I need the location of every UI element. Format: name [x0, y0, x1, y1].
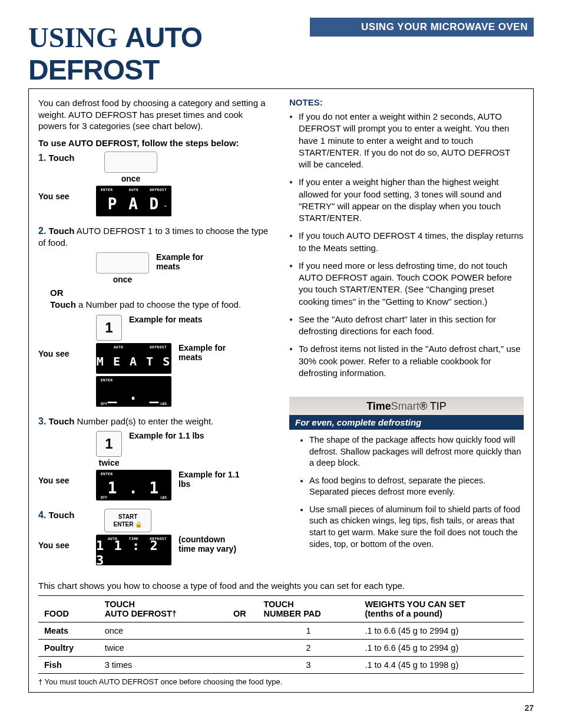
intro-text: You can defrost food by choosing a categ… [38, 97, 273, 132]
step-2-alt-rest: a Number pad to choose the type of food. [76, 299, 241, 309]
section-header: USING YOUR MICROWAVE OVEN [310, 18, 534, 37]
step-2-alt-touch: Touch [50, 299, 76, 309]
notes-list: If you do not enter a weight within 2 se… [289, 111, 524, 379]
cell-weights: .1 to 6.6 (45 g to 2994 g) [359, 640, 524, 657]
defrost-chart: FOOD TOUCH AUTO DEFROST† OR TOUCH NUMBER… [38, 595, 524, 674]
tip-item: As food begins to defrost, separate the … [300, 475, 521, 498]
step-3: 3. Touch Number pad(s) to enter the weig… [38, 415, 273, 501]
th-line2: AUTO DEFROST† [105, 609, 177, 618]
chart-intro: This chart shows you how to choose a typ… [38, 581, 524, 591]
steps-intro: To use AUTO DEFROST, follow the steps be… [38, 138, 273, 148]
ind-defrost-2: DEFROST [150, 345, 167, 349]
step-1-num: 1. [38, 153, 46, 163]
step-2: 2. Touch AUTO DEFROST 1 to 3 times to ch… [38, 225, 273, 407]
tip-head: TimeSmart® TIP [289, 397, 524, 415]
auto-defrost-button [104, 151, 157, 173]
step-4-num: 4. [38, 510, 46, 520]
once-label: once [121, 174, 141, 183]
ind-defrost: DEFROST [150, 187, 167, 192]
enter-label: ENTER [114, 521, 134, 528]
th-auto-defrost: TOUCH AUTO DEFROST† [99, 596, 222, 622]
step-1-touch: Touch [49, 153, 75, 163]
or-label: OR [50, 288, 273, 298]
auto-defrost-button-2 [96, 252, 149, 274]
tip-brand-3: ® TIP [419, 400, 447, 412]
twice-label: twice [98, 458, 119, 467]
step-3-touch: Touch [49, 416, 75, 426]
display-text-countdown: 1 1 : 2 3 [96, 543, 171, 563]
countdown-note: (countdown time may vary) [178, 535, 243, 554]
ind-lbs: LBS [160, 401, 167, 406]
example-meats-3: Example for meats [178, 343, 243, 362]
ind-lbs-2: LBS [160, 495, 167, 499]
note-item: If you enter a weight higher than the hi… [289, 176, 524, 224]
example-meats-1: Example for meats [156, 252, 221, 271]
example-11lbs-2: Example for 1.1 lbs [178, 470, 243, 489]
cell-weights: .1 to 6.6 (45 g to 2994 g) [359, 622, 524, 640]
tip-subhead: For even, complete defrosting [289, 415, 524, 430]
th-food: FOOD [38, 596, 99, 622]
ind-enter-2: ENTER [101, 378, 113, 382]
th-line1: TOUCH [105, 599, 135, 609]
cell-or [222, 640, 257, 657]
step-1: 1. Touch once You see ENTER [38, 151, 273, 216]
start-enter-button: START ENTER 🔒 [104, 509, 151, 532]
step-3-num: 3. [38, 416, 46, 426]
display-text-pad: P A D [96, 194, 171, 214]
cell-num: 1 [258, 622, 359, 640]
cell-or [222, 657, 257, 674]
keypad-1: 1 [96, 315, 122, 341]
th-weights: WEIGHTS YOU CAN SET (tenths of a pound) [359, 596, 524, 622]
ind-auto: AUTO [129, 187, 138, 192]
step-2-touch: Touch [49, 226, 75, 236]
step-2-num: 2. [38, 226, 46, 236]
note-item: To defrost items not listed in the "Auto… [289, 343, 524, 379]
ind-qty: QTY [101, 401, 107, 406]
tip-item: The shape of the package affects how qui… [300, 434, 521, 469]
note-item: If you do not enter a weight within 2 se… [289, 111, 524, 170]
lock-icon: 🔒 [135, 521, 142, 528]
th-line3: TOUCH [264, 599, 294, 609]
step-4-touch: Touch [49, 510, 75, 520]
you-see-4: You see [38, 535, 89, 550]
cell-or [222, 622, 257, 640]
you-see-1: You see [38, 186, 89, 201]
th-or: OR [222, 596, 257, 622]
dash-icon: - [163, 201, 168, 210]
content-box: You can defrost food by choosing a categ… [28, 88, 534, 693]
th-number-pad: TOUCH NUMBER PAD [258, 596, 359, 622]
tip-brand-1: Time [366, 400, 391, 412]
keypad-1b: 1 [96, 431, 122, 457]
display-countdown: AUTO TIME DEFROST 1 1 : 2 3 [96, 535, 171, 565]
note-item: See the "Auto defrost chart" later in th… [289, 314, 524, 338]
cell-num: 2 [258, 640, 359, 657]
table-row: Poultry twice 2 .1 to 6.6 (45 g to 2994 … [38, 640, 524, 657]
cell-touch1: once [99, 622, 222, 640]
step-4: 4. Touch START ENTER 🔒 You see [38, 509, 273, 565]
cell-food: Meats [38, 622, 99, 640]
notes-heading: NOTES: [289, 97, 524, 107]
cell-touch1: 3 times [99, 657, 222, 674]
right-column: NOTES: If you do not enter a weight with… [289, 97, 524, 574]
footnote: † You must touch AUTO DEFROST once befor… [38, 677, 524, 686]
th-line5: WEIGHTS YOU CAN SET [365, 599, 465, 609]
display-meats: AUTO DEFROST M E A T S [96, 343, 171, 374]
step-3-rest: Number pad(s) to enter the weight. [74, 416, 213, 426]
example-meats-2: Example for meats [129, 315, 203, 324]
ind-enter: ENTER [101, 187, 113, 192]
example-11lbs: Example for 1.1 lbs [129, 431, 204, 440]
you-see-3: You see [38, 470, 89, 485]
display-11: ENTER 1 . 1 QTY LBS [96, 470, 171, 500]
display-text-meats: M E A T S [96, 351, 171, 371]
tips-list: The shape of the package affects how qui… [300, 434, 521, 550]
ind-auto-2: AUTO [114, 345, 123, 349]
left-column: You can defrost food by choosing a categ… [38, 97, 273, 574]
cell-food: Fish [38, 657, 99, 674]
table-row: Meats once 1 .1 to 6.6 (45 g to 2994 g) [38, 622, 524, 640]
cell-touch1: twice [99, 640, 222, 657]
once-label-2: once [113, 275, 133, 284]
page-number: 27 [28, 703, 534, 713]
you-see-2a: You see [38, 343, 89, 358]
title-part-1: USING [28, 22, 125, 53]
cell-food: Poultry [38, 640, 99, 657]
